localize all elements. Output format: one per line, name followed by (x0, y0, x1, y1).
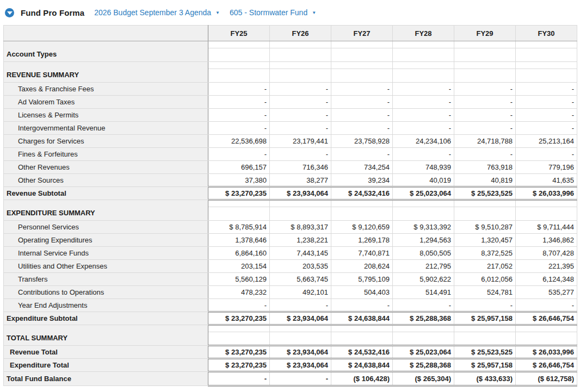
cell-transfers-fy27: 5,795,109 (331, 273, 393, 286)
column-header-fy29: FY29 (454, 26, 516, 41)
cell-contributions-to-operations-fy25: 478,232 (208, 286, 270, 299)
cell-transfers-fy29: 6,012,056 (454, 273, 516, 286)
cell-intergovernmental-revenue-fy27: - (331, 122, 393, 135)
cell-other-revenues-fy28: 748,939 (393, 161, 454, 174)
cell-utilities-and-other-expenses-fy27: 208,624 (331, 260, 393, 273)
cell-total-fund-balance-fy28: ($ 265,304) (393, 372, 454, 386)
cell-total-fund-balance-fy25: - (208, 372, 270, 386)
row-label: EXPENDITURE SUMMARY (4, 200, 208, 221)
cell-account-types-fy28 (393, 48, 454, 62)
cell-other-sources-fy28: 40,019 (393, 174, 454, 187)
cell-revenue-total-fy25: $ 23,270,235 (208, 346, 270, 359)
budget-version-label: 2026 Budget September 3 Agenda (94, 8, 211, 17)
collapse-section-button[interactable] (5, 8, 14, 17)
row-label: Expenditure Subtotal (4, 312, 208, 325)
cell-taxes-franchise-fees-fy29: - (454, 83, 516, 96)
cell-spacer (331, 200, 393, 207)
cell-fines-forfeitures-fy26: - (270, 148, 331, 161)
cell-fines-forfeitures-fy29: - (454, 148, 516, 161)
cell-spacer (208, 41, 270, 48)
column-header-fy27: FY27 (331, 26, 393, 41)
cell-account-types-fy30 (516, 48, 577, 62)
cell-account-types-fy27 (331, 48, 393, 62)
cell-year-end-adjustments-fy27: - (331, 299, 393, 312)
cell-expenditure-total-fy25: $ 23,270,235 (208, 359, 270, 372)
budget-version-dropdown[interactable]: 2026 Budget September 3 Agenda ▼ (94, 8, 220, 17)
cell-revenue-total-fy28: $ 25,023,064 (393, 346, 454, 359)
cell-account-types-fy26 (270, 48, 331, 62)
cell-charges-for-services-fy28: 24,234,106 (393, 135, 454, 148)
cell-intergovernmental-revenue-fy25: - (208, 122, 270, 135)
cell-internal-service-funds-fy28: 8,050,505 (393, 247, 454, 260)
cell-revenue-total-fy29: $ 25,523,525 (454, 346, 516, 359)
cell-transfers-fy25: 5,560,129 (208, 273, 270, 286)
cell-utilities-and-other-expenses-fy25: 203,154 (208, 260, 270, 273)
column-header-fy26: FY26 (270, 26, 331, 41)
cell-internal-service-funds-fy25: 6,864,160 (208, 247, 270, 260)
titlebar: Fund Pro Forma 2026 Budget September 3 A… (3, 3, 577, 22)
cell-revenue-summary-fy27 (331, 69, 393, 83)
cell-year-end-adjustments-fy29: - (454, 299, 516, 312)
cell-other-revenues-fy27: 734,254 (331, 161, 393, 174)
row-label: Utilities and Other Expenses (4, 260, 208, 273)
cell-expenditure-total-fy28: $ 25,288,368 (393, 359, 454, 372)
cell-licenses-permits-fy28: - (393, 109, 454, 122)
cell-account-types-fy29 (454, 48, 516, 62)
cell-personnel-services-fy25: $ 8,785,914 (208, 221, 270, 234)
cell-ad-valorem-taxes-fy26: - (270, 96, 331, 109)
cell-taxes-franchise-fees-fy26: - (270, 83, 331, 96)
cell-spacer (454, 41, 516, 48)
cell-expenditure-total-fy27: $ 24,638,844 (331, 359, 393, 372)
cell-spacer (516, 200, 577, 207)
cell-spacer (331, 41, 393, 48)
cell-spacer (516, 62, 577, 69)
cell-revenue-total-fy30: $ 26,033,996 (516, 346, 577, 359)
cell-spacer (393, 41, 454, 48)
cell-revenue-summary-fy26 (270, 69, 331, 83)
cell-revenue-subtotal-fy30: $ 26,033,996 (516, 187, 577, 200)
cell-utilities-and-other-expenses-fy30: 221,395 (516, 260, 577, 273)
cell-fines-forfeitures-fy30: - (516, 148, 577, 161)
cell-internal-service-funds-fy30: 8,707,428 (516, 247, 577, 260)
column-header-fy28: FY28 (393, 26, 454, 41)
cell-other-sources-fy30: 41,635 (516, 174, 577, 187)
row-label: TOTAL SUMMARY (4, 325, 208, 346)
cell-year-end-adjustments-fy30: - (516, 299, 577, 312)
row-utilities-and-other-expenses: Utilities and Other Expenses203,154203,5… (4, 260, 577, 273)
cell-internal-service-funds-fy26: 7,443,145 (270, 247, 331, 260)
cell-revenue-subtotal-fy29: $ 25,523,525 (454, 187, 516, 200)
column-header-fy30: FY30 (516, 26, 577, 41)
cell-contributions-to-operations-fy28: 514,491 (393, 286, 454, 299)
cell-licenses-permits-fy26: - (270, 109, 331, 122)
row-label: Internal Service Funds (4, 247, 208, 260)
cell-operating-expenditures-fy30: 1,346,862 (516, 234, 577, 247)
cell-charges-for-services-fy26: 23,179,441 (270, 135, 331, 148)
cell-revenue-subtotal-fy25: $ 23,270,235 (208, 187, 270, 200)
corner-header-cell (4, 26, 208, 41)
cell-expenditure-summary-fy28 (393, 207, 454, 221)
cell-fines-forfeitures-fy27: - (331, 148, 393, 161)
row-expenditure-summary: EXPENDITURE SUMMARY (4, 200, 577, 207)
cell-other-sources-fy25: 37,380 (208, 174, 270, 187)
row-label: Ad Valorem Taxes (4, 96, 208, 109)
cell-taxes-franchise-fees-fy25: - (208, 83, 270, 96)
cell-personnel-services-fy27: $ 9,120,659 (331, 221, 393, 234)
cell-taxes-franchise-fees-fy28: - (393, 83, 454, 96)
cell-year-end-adjustments-fy25: - (208, 299, 270, 312)
row-taxes-franchise-fees: Taxes & Franchise Fees------ (4, 83, 577, 96)
cell-licenses-permits-fy25: - (208, 109, 270, 122)
cell-other-revenues-fy30: 779,196 (516, 161, 577, 174)
fund-dropdown[interactable]: 605 - Stormwater Fund ▼ (230, 8, 316, 17)
cell-licenses-permits-fy27: - (331, 109, 393, 122)
cell-expenditure-total-fy30: $ 26,646,754 (516, 359, 577, 372)
row-internal-service-funds: Internal Service Funds6,864,1607,443,145… (4, 247, 577, 260)
cell-revenue-subtotal-fy26: $ 23,934,064 (270, 187, 331, 200)
cell-spacer (270, 62, 331, 69)
cell-spacer (393, 200, 454, 207)
table-header: FY25FY26FY27FY28FY29FY30 (4, 26, 577, 41)
row-transfers: Transfers5,560,1295,663,7455,795,1095,90… (4, 273, 577, 286)
row-label: Personnel Services (4, 221, 208, 234)
cell-spacer (393, 325, 454, 332)
cell-internal-service-funds-fy27: 7,740,871 (331, 247, 393, 260)
cell-spacer (393, 62, 454, 69)
